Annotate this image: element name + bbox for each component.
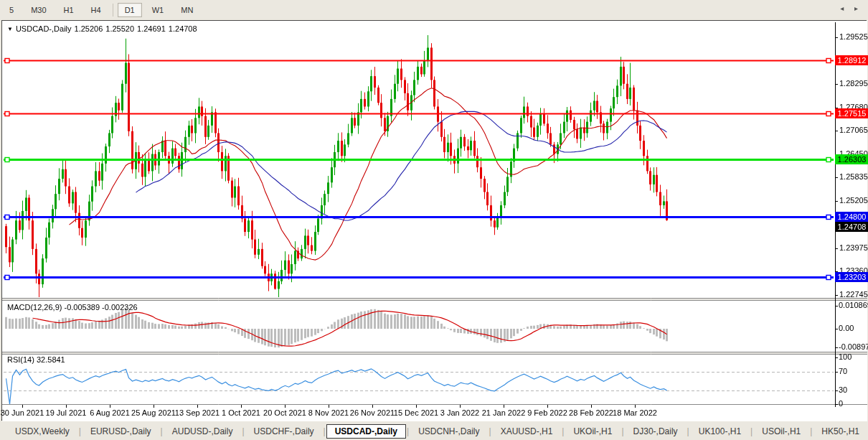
date-axis-label: 28 Feb 2022	[569, 408, 613, 417]
symbol-tab-bar: USDX,Weekly|EURUSD-,Daily|AUDUSD-,Daily|…	[0, 422, 868, 440]
chart-window: ▼USDCAD-,Daily1.252061.255201.246911.247…	[1, 20, 867, 421]
rsi-axis-tick: 0	[839, 399, 843, 408]
rsi-axis-tick: 30	[839, 385, 847, 394]
date-axis-label: 18 Mar 2022	[613, 408, 657, 417]
price-level-badge: 1.26303	[835, 154, 868, 164]
tab-separator: |	[562, 426, 564, 436]
price-level-badge: 1.24800	[835, 212, 868, 222]
date-axis-label: 15 Dec 2021	[394, 408, 438, 417]
tab-scroll-arrows[interactable]: ◂ ▸	[840, 4, 862, 12]
date-axis-label: 13 Sep 2021	[175, 408, 220, 417]
date-axis-label: 26 Nov 2021	[350, 408, 395, 417]
date-axis-label: 1 Oct 2021	[222, 408, 260, 417]
ohlc-low: 1.24691	[137, 24, 166, 33]
tab-separator: |	[810, 426, 812, 436]
timeframe-button-w1[interactable]: W1	[145, 3, 171, 17]
price-axis-tick: 1.25835	[839, 172, 868, 181]
symbol-tab-ukoil-[interactable]: UKOil-,H1	[565, 424, 621, 439]
date-axis-label: 6 Aug 2021	[90, 408, 130, 417]
macd-indicator-label: MACD(12,26,9) -0.005389 -0.002326	[7, 303, 138, 312]
rsi-axis-tick: 100	[839, 352, 852, 361]
symbol-tab-dj30-[interactable]: DJ30-,Daily	[625, 424, 687, 439]
symbol-tab-usdcnh-[interactable]: USDCNH-,Daily	[410, 424, 488, 439]
chart-symbol-label: USDCAD-,Daily	[16, 24, 72, 33]
price-level-badge: 1.27515	[835, 108, 868, 118]
rsi-value: 32.5841	[37, 355, 65, 364]
rsi-indicator-label: RSI(14) 32.5841	[7, 355, 65, 364]
macd-axis-tick: -0.008974	[839, 342, 868, 351]
price-level-badge: 1.28912	[835, 55, 868, 65]
ohlc-close: 1.24708	[169, 24, 197, 33]
timeframe-button-5[interactable]: 5	[2, 3, 21, 17]
price-axis-tick: 1.28295	[839, 79, 868, 88]
terminal-screen: 5M30H1H4D1W1MN ▼USDCAD-,Daily1.252061.25…	[0, 0, 868, 440]
tab-separator: |	[79, 426, 81, 436]
ohlc-open: 1.25206	[75, 24, 103, 33]
tab-separator: |	[489, 426, 491, 436]
symbol-tab-usdx[interactable]: USDX,Weekly	[6, 424, 78, 439]
tab-separator: |	[161, 426, 163, 436]
price-axis-tick: 1.25205	[839, 196, 868, 205]
timeframe-button-h1[interactable]: H1	[57, 3, 81, 17]
price-chart-canvas[interactable]	[2, 21, 867, 421]
price-level-badge: 1.24708	[835, 222, 868, 232]
macd-name: MACD(12,26,9)	[7, 303, 62, 312]
price-axis-tick: 1.27065	[839, 126, 868, 134]
date-axis-label: 25 Aug 2021	[131, 408, 176, 417]
timeframe-button-d1[interactable]: D1	[118, 3, 142, 17]
tab-separator: |	[621, 426, 623, 436]
symbol-tab-eurusd-[interactable]: EURUSD-,Daily	[82, 424, 160, 439]
timeframe-button-m30[interactable]: M30	[24, 3, 53, 17]
symbol-tab-xauusd-[interactable]: XAUUSD-,H1	[492, 424, 562, 439]
symbol-tab-usdchf-[interactable]: USDCHF-,Daily	[245, 424, 323, 439]
macd-axis-tick: 0.010869	[839, 301, 868, 309]
date-axis-label: 8 Nov 2021	[308, 408, 349, 417]
date-axis-label: 30 Jun 2021	[1, 408, 44, 417]
price-level-badge: 1.23203	[835, 272, 868, 282]
date-axis-label: 20 Oct 2021	[263, 408, 306, 417]
rsi-name: RSI(14)	[7, 355, 34, 364]
symbol-tab-uk100-[interactable]: UK100-,H1	[690, 424, 750, 439]
tab-separator: |	[687, 426, 689, 436]
collapse-triangle-icon[interactable]: ▼	[7, 26, 13, 32]
tab-separator: |	[324, 426, 326, 436]
timeframe-button-h4[interactable]: H4	[84, 3, 108, 17]
tab-separator: |	[242, 426, 244, 436]
date-axis-label: 19 Jul 2021	[46, 408, 87, 417]
symbol-tab-hk50-[interactable]: HK50-,H1	[813, 424, 868, 439]
date-axis-label: 9 Feb 2022	[527, 408, 567, 417]
ohlc-high: 1.25520	[105, 24, 134, 33]
price-axis-tick: 1.23975	[839, 243, 868, 252]
symbol-tab-usdcad-[interactable]: USDCAD-,Daily	[326, 424, 406, 439]
price-axis-tick: 1.29525	[839, 32, 868, 41]
symbol-tab-usoil-[interactable]: USOil-,H1	[753, 424, 809, 439]
date-axis-label: 3 Jan 2022	[440, 408, 479, 417]
chart-title: ▼USDCAD-,Daily1.252061.255201.246911.247…	[7, 24, 200, 33]
tab-separator: |	[750, 426, 753, 436]
tab-separator: |	[407, 426, 409, 436]
rsi-axis-tick: 70	[839, 367, 847, 375]
timeframe-button-mn[interactable]: MN	[174, 3, 200, 17]
symbol-tab-audusd-[interactable]: AUDUSD-,Daily	[164, 424, 242, 439]
macd-values: -0.005389 -0.002326	[64, 303, 137, 312]
date-axis-label: 21 Jan 2022	[482, 408, 526, 417]
price-axis-tick: 1.22745	[839, 290, 868, 299]
timeframe-toolbar: 5M30H1H4D1W1MN	[0, 0, 868, 19]
macd-axis-tick: 0.00	[839, 324, 854, 332]
toolbar-separator	[113, 4, 113, 17]
